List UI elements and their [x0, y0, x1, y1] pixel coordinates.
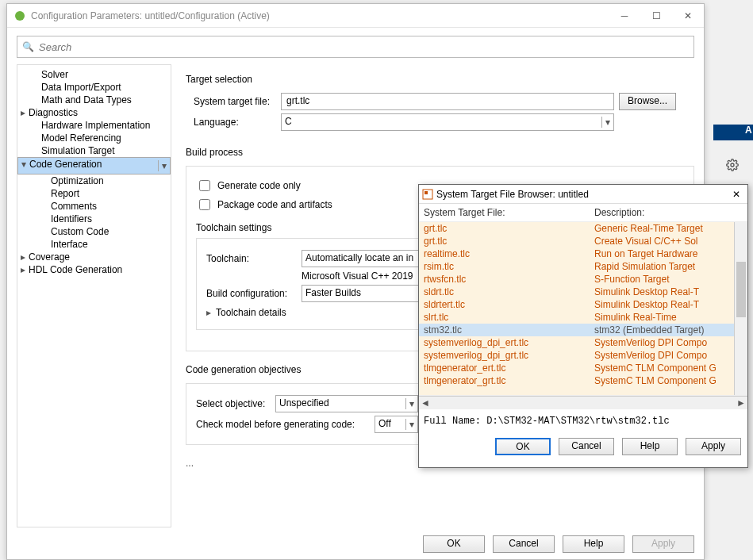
titlebar: Configuration Parameters: untitled/Confi…: [7, 4, 704, 28]
modal-header-row: System Target File: Description:: [419, 204, 747, 221]
tree-item-label: Code Generation: [29, 159, 102, 170]
stf-row[interactable]: rtwsfcn.tlcS-Function Target: [419, 273, 747, 286]
category-tree[interactable]: SolverData Import/ExportMath and Data Ty…: [17, 64, 171, 527]
tree-arrow-icon[interactable]: ▸: [21, 264, 27, 275]
tree-item[interactable]: Math and Data Types: [17, 94, 171, 106]
tree-item[interactable]: Model Referencing: [17, 132, 171, 144]
stf-list[interactable]: grt.tlcGeneric Real-Time Targetgrt.tlcCr…: [419, 221, 747, 396]
tree-item-label: Solver: [41, 69, 68, 80]
tree-item[interactable]: Interface: [17, 238, 171, 251]
stf-file: tlmgenerator_grt.tlc: [424, 374, 594, 387]
browse-button[interactable]: Browse...: [619, 93, 676, 110]
tree-item-label: Diagnostics: [29, 107, 78, 118]
modal-cancel-button[interactable]: Cancel: [559, 438, 614, 455]
stf-row[interactable]: grt.tlcGeneric Real-Time Target: [419, 222, 747, 235]
modal-footer: OK Cancel Help Apply: [419, 433, 747, 460]
tree-item[interactable]: ▾Code Generation: [17, 157, 171, 175]
tree-item[interactable]: ▸Coverage: [17, 251, 171, 263]
language-select[interactable]: C: [281, 113, 614, 131]
modal-ok-button[interactable]: OK: [495, 438, 551, 455]
tree-item-label: Identifiers: [51, 213, 92, 224]
stf-input[interactable]: grt.tlc: [281, 93, 614, 110]
stf-file: stm32.tlc: [424, 324, 594, 336]
stf-row[interactable]: realtime.tlcRun on Target Hardware: [419, 247, 747, 260]
target-selection-title: Target selection: [186, 74, 694, 85]
toolchain-details-toggle[interactable]: Toolchain details: [216, 307, 286, 318]
stf-file: rsim.tlc: [424, 260, 594, 273]
build-config-label: Build configuration:: [206, 288, 302, 299]
stf-desc: Create Visual C/C++ Sol: [594, 235, 743, 247]
minimize-button[interactable]: ─: [609, 4, 640, 28]
window-title: Configuration Parameters: untitled/Confi…: [31, 10, 609, 21]
stf-row[interactable]: tlmgenerator_grt.tlcSystemC TLM Componen…: [419, 374, 747, 387]
tree-item[interactable]: Data Import/Export: [17, 81, 171, 94]
tree-item-label: Simulation Target: [41, 145, 115, 156]
stf-file: systemverilog_dpi_grt.tlc: [424, 349, 594, 362]
stf-row[interactable]: systemverilog_dpi_ert.tlcSystemVerilog D…: [419, 336, 747, 349]
tree-item-label: Interface: [51, 239, 88, 250]
modal-titlebar: System Target File Browser: untitled ✕: [419, 185, 747, 204]
vertical-scrollbar[interactable]: [734, 222, 747, 395]
horizontal-scrollbar[interactable]: ◄►: [419, 396, 747, 409]
svg-point-0: [731, 163, 734, 167]
tree-arrow-icon[interactable]: ▾: [21, 159, 28, 170]
search-input[interactable]: [37, 40, 689, 54]
close-button[interactable]: ✕: [672, 4, 704, 28]
stf-desc: Simulink Real-Time: [594, 311, 743, 324]
stf-row[interactable]: sldrt.tlcSimulink Desktop Real-T: [419, 286, 747, 298]
stf-row[interactable]: sldrtert.tlcSimulink Desktop Real-T: [419, 298, 747, 311]
full-name-label: Full Name: D:\STM32-MAT\STM32\rtw\stm32.…: [419, 409, 747, 433]
apply-button: Apply: [632, 535, 694, 553]
stf-desc: Rapid Simulation Target: [594, 260, 743, 273]
select-objective-select[interactable]: Unspecified: [275, 395, 418, 412]
stf-desc: S-Function Target: [594, 273, 743, 286]
maximize-button[interactable]: ☐: [640, 4, 672, 28]
stf-row[interactable]: rsim.tlcRapid Simulation Target: [419, 260, 747, 273]
tree-item-label: Data Import/Export: [41, 82, 121, 93]
check-model-label: Check model before generating code:: [196, 419, 375, 430]
stf-row[interactable]: tlmgenerator_ert.tlcSystemC TLM Componen…: [419, 362, 747, 374]
tree-item[interactable]: Hardware Implementation: [17, 119, 171, 132]
tree-arrow-icon[interactable]: ▸: [21, 251, 27, 263]
tree-item[interactable]: Report: [17, 187, 171, 200]
stf-row[interactable]: systemverilog_dpi_grt.tlcSystemVerilog D…: [419, 349, 747, 362]
stf-file: grt.tlc: [424, 222, 594, 235]
stf-file: grt.tlc: [424, 235, 594, 247]
ok-button[interactable]: OK: [423, 535, 485, 553]
tree-item[interactable]: ▸HDL Code Generation: [17, 263, 171, 276]
tree-item-label: Hardware Implementation: [41, 120, 150, 131]
stf-label: System target file:: [194, 96, 281, 107]
tree-item-label: HDL Code Generation: [29, 264, 122, 275]
background-header-strip: A: [713, 125, 753, 140]
tree-item[interactable]: Comments: [17, 200, 171, 213]
tree-item[interactable]: Optimization: [17, 175, 171, 187]
stf-desc: SystemC TLM Component G: [594, 362, 743, 374]
tree-arrow-icon[interactable]: ▸: [21, 107, 27, 118]
modal-help-button[interactable]: Help: [622, 438, 678, 455]
col-file-header: System Target File:: [424, 207, 594, 221]
check-model-select[interactable]: Off: [375, 416, 418, 433]
stf-row[interactable]: slrt.tlcSimulink Real-Time: [419, 311, 747, 324]
stf-row[interactable]: grt.tlcCreate Visual C/C++ Sol: [419, 235, 747, 247]
tree-item-label: Optimization: [51, 175, 104, 186]
tree-item[interactable]: Identifiers: [17, 213, 171, 225]
modal-apply-button[interactable]: Apply: [686, 438, 741, 455]
tree-item[interactable]: Solver: [17, 68, 171, 81]
chevron-right-icon[interactable]: ▸: [206, 307, 211, 318]
stf-desc: SystemVerilog DPI Compo: [594, 336, 743, 349]
modal-close-button[interactable]: ✕: [728, 189, 744, 200]
tree-item-label: Comments: [51, 201, 97, 212]
search-bar[interactable]: 🔍: [17, 36, 694, 58]
modal-icon: [422, 189, 433, 200]
stf-row[interactable]: stm32.tlcstm32 (Embedded Target): [419, 324, 747, 336]
tree-item[interactable]: Simulation Target: [17, 144, 171, 157]
modal-title: System Target File Browser: untitled: [436, 189, 728, 200]
stf-desc: Simulink Desktop Real-T: [594, 286, 743, 298]
cancel-button[interactable]: Cancel: [493, 535, 555, 553]
gear-icon[interactable]: [726, 159, 739, 174]
help-button[interactable]: Help: [563, 535, 624, 553]
stf-desc: stm32 (Embedded Target): [594, 324, 743, 336]
tree-item[interactable]: ▸Diagnostics: [17, 106, 171, 119]
stf-file: sldrt.tlc: [424, 286, 594, 298]
tree-item[interactable]: Custom Code: [17, 225, 171, 238]
